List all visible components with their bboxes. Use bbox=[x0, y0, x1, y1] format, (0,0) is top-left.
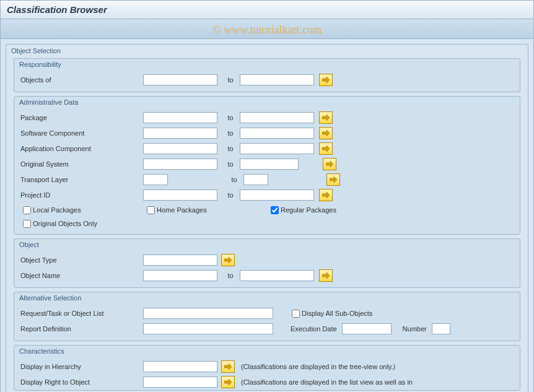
content-area: Object Selection Responsibility Objects … bbox=[1, 39, 533, 392]
original-objects-only-label: Original Objects Only bbox=[33, 220, 97, 227]
transport-layer-from-input[interactable] bbox=[143, 174, 168, 185]
to-label: to bbox=[221, 145, 240, 152]
package-label: Package bbox=[19, 114, 143, 121]
local-packages-checkbox-wrap[interactable]: Local Packages bbox=[20, 204, 126, 216]
admin-data-group: Administrative Data Package to Software … bbox=[14, 96, 520, 235]
alternative-selection-title: Alternative Selection bbox=[14, 292, 520, 303]
object-title: Object bbox=[14, 239, 520, 250]
application-component-to-input[interactable] bbox=[240, 143, 314, 154]
number-label: Number bbox=[403, 325, 427, 333]
display-in-hierarchy-label: Display in Hierarchy bbox=[19, 363, 143, 370]
request-task-label: Request/Task or Object List bbox=[19, 310, 143, 317]
software-component-from-input[interactable] bbox=[143, 128, 217, 139]
original-system-from-input[interactable] bbox=[143, 159, 217, 170]
regular-packages-label: Regular Packages bbox=[281, 206, 336, 214]
to-label: to bbox=[221, 129, 240, 137]
display-all-sub-label: Display All Sub-Objects bbox=[302, 310, 372, 317]
object-type-range-button[interactable] bbox=[221, 254, 235, 266]
display-all-sub-checkbox[interactable] bbox=[292, 310, 300, 318]
object-selection-title: Object Selection bbox=[6, 45, 528, 56]
object-selection-group: Object Selection Responsibility Objects … bbox=[6, 44, 528, 392]
software-component-label: Software Component bbox=[19, 129, 143, 137]
application-component-range-button[interactable] bbox=[319, 142, 333, 155]
package-to-input[interactable] bbox=[240, 112, 314, 123]
local-packages-checkbox[interactable] bbox=[23, 206, 31, 214]
arrow-right-icon bbox=[322, 272, 330, 279]
report-definition-input[interactable] bbox=[143, 323, 273, 334]
number-input[interactable] bbox=[432, 323, 450, 334]
package-range-button[interactable] bbox=[319, 111, 333, 124]
display-right-to-object-label: Display Right to Object bbox=[19, 378, 143, 386]
objects-of-from-input[interactable] bbox=[143, 74, 217, 85]
display-in-hierarchy-input[interactable] bbox=[143, 361, 217, 372]
arrow-right-icon bbox=[224, 364, 232, 370]
arrow-right-icon bbox=[224, 379, 232, 385]
display-in-hierarchy-range-button[interactable] bbox=[221, 360, 235, 373]
project-id-range-button[interactable] bbox=[319, 189, 333, 201]
to-label: to bbox=[221, 272, 240, 279]
report-definition-label: Report Definition bbox=[19, 325, 143, 333]
object-name-label: Object Name bbox=[19, 272, 143, 279]
to-label: to bbox=[221, 191, 240, 199]
characteristics-group: Characteristics Display in Hierarchy (Cl… bbox=[14, 345, 520, 391]
execution-date-input[interactable] bbox=[342, 323, 392, 334]
object-type-label: Object Type bbox=[19, 256, 143, 264]
execution-date-label: Execution Date bbox=[291, 325, 337, 333]
regular-packages-checkbox-wrap[interactable]: Regular Packages bbox=[268, 204, 336, 216]
arrow-right-icon bbox=[322, 192, 330, 198]
package-from-input[interactable] bbox=[143, 112, 217, 123]
transport-layer-label: Transport Layer bbox=[19, 176, 143, 183]
application-component-from-input[interactable] bbox=[143, 143, 217, 154]
responsibility-title: Responsibility bbox=[14, 59, 520, 70]
to-label: to bbox=[221, 114, 240, 121]
original-objects-only-checkbox[interactable] bbox=[23, 220, 31, 228]
objects-of-label: Objects of bbox=[19, 76, 143, 84]
objects-of-range-button[interactable] bbox=[319, 74, 333, 86]
display-in-hierarchy-note: (Classifications are displayed in the tr… bbox=[241, 363, 395, 370]
original-system-range-button[interactable] bbox=[323, 158, 336, 170]
request-task-input[interactable] bbox=[143, 308, 273, 319]
to-label: to bbox=[221, 160, 240, 168]
project-id-to-input[interactable] bbox=[240, 189, 314, 201]
to-label: to bbox=[225, 176, 243, 183]
arrow-right-icon bbox=[330, 176, 337, 183]
home-packages-checkbox-wrap[interactable]: Home Packages bbox=[144, 204, 250, 216]
application-component-label: Application Component bbox=[19, 145, 143, 152]
display-all-sub-checkbox-wrap[interactable]: Display All Sub-Objects bbox=[289, 308, 372, 320]
object-type-input[interactable] bbox=[143, 255, 217, 266]
object-name-range-button[interactable] bbox=[319, 269, 333, 282]
transport-layer-range-button[interactable] bbox=[326, 173, 340, 186]
original-objects-only-checkbox-wrap[interactable]: Original Objects Only bbox=[20, 218, 97, 230]
alternative-selection-group: Alternative Selection Request/Task or Ob… bbox=[14, 292, 520, 341]
page-title: Classification Browser bbox=[1, 1, 533, 19]
object-group: Object Object Type Object Name to bbox=[14, 238, 520, 288]
arrow-right-icon bbox=[322, 115, 330, 121]
display-right-to-object-input[interactable] bbox=[143, 377, 217, 388]
responsibility-group: Responsibility Objects of to bbox=[14, 58, 520, 92]
to-label: to bbox=[221, 76, 240, 84]
project-id-from-input[interactable] bbox=[143, 189, 217, 201]
display-right-to-object-note: (Classifications are displayed in the li… bbox=[241, 378, 413, 386]
arrow-right-icon bbox=[322, 77, 330, 83]
transport-layer-to-input[interactable] bbox=[243, 174, 268, 185]
local-packages-label: Local Packages bbox=[33, 206, 81, 214]
original-system-label: Original System bbox=[19, 160, 143, 168]
object-name-to-input[interactable] bbox=[240, 270, 314, 281]
objects-of-to-input[interactable] bbox=[240, 74, 314, 85]
characteristics-title: Characteristics bbox=[14, 346, 520, 357]
arrow-right-icon bbox=[224, 257, 232, 263]
arrow-right-icon bbox=[322, 130, 330, 136]
toolbar bbox=[1, 19, 533, 39]
display-right-to-object-range-button[interactable] bbox=[221, 376, 235, 388]
regular-packages-checkbox[interactable] bbox=[271, 206, 279, 214]
object-name-from-input[interactable] bbox=[143, 270, 217, 281]
software-component-to-input[interactable] bbox=[240, 128, 314, 139]
home-packages-checkbox[interactable] bbox=[147, 206, 155, 214]
main-window: Classification Browser © www.tutorialkar… bbox=[0, 0, 534, 392]
arrow-right-icon bbox=[322, 146, 330, 152]
original-system-to-input[interactable] bbox=[240, 159, 299, 170]
project-id-label: Project ID bbox=[19, 191, 143, 199]
software-component-range-button[interactable] bbox=[319, 127, 333, 139]
admin-data-title: Administrative Data bbox=[14, 97, 520, 108]
home-packages-label: Home Packages bbox=[157, 206, 207, 214]
